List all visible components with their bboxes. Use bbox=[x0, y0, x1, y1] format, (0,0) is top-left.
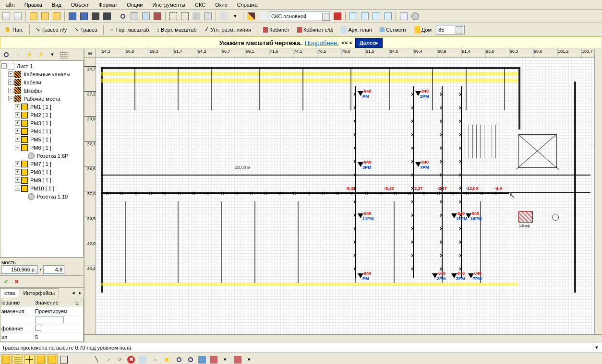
align-button[interactable] bbox=[137, 354, 148, 364]
open2-button[interactable] bbox=[40, 11, 50, 22]
tree-item[interactable]: +РМ5 [ 1 ] bbox=[1, 135, 82, 143]
house-combo[interactable]: 85 bbox=[436, 25, 465, 35]
print-button[interactable] bbox=[129, 11, 140, 22]
tree-toggle-icon[interactable]: + bbox=[15, 129, 20, 134]
more-dd-button[interactable]: ▾ bbox=[244, 354, 254, 364]
point-button[interactable] bbox=[161, 354, 172, 364]
open-button[interactable] bbox=[28, 11, 39, 22]
link-button[interactable] bbox=[191, 11, 202, 22]
trace-pu-button[interactable]: ↘Трасса п/у bbox=[32, 24, 70, 35]
menu-help[interactable]: Справка bbox=[232, 1, 263, 9]
pan-button[interactable]: ✋Пан. bbox=[1, 24, 27, 35]
win4-button[interactable] bbox=[383, 11, 393, 22]
save-all-button[interactable] bbox=[79, 11, 89, 22]
menu-tools[interactable]: Инструменты bbox=[147, 1, 190, 9]
tab-properties[interactable]: ства bbox=[0, 288, 19, 297]
more-button[interactable] bbox=[232, 354, 243, 364]
hint-prev-arrows[interactable]: << < bbox=[342, 40, 352, 46]
menu-window[interactable]: Окно bbox=[210, 1, 232, 9]
menu-edit[interactable]: Правка bbox=[20, 1, 47, 9]
wand-button[interactable] bbox=[257, 11, 268, 22]
arc-button[interactable]: ⟋ bbox=[103, 354, 113, 364]
grid1-button[interactable] bbox=[1, 354, 12, 364]
group-button[interactable] bbox=[168, 11, 179, 22]
hscale-button[interactable]: ↔Гор. масштаб bbox=[106, 24, 153, 35]
open3-button[interactable] bbox=[51, 11, 62, 22]
tree-settings-button[interactable] bbox=[59, 49, 69, 60]
menu-object[interactable]: Объект bbox=[66, 1, 94, 9]
tab-prev-button[interactable]: ◂ bbox=[70, 290, 77, 296]
menu-view[interactable]: Вид bbox=[47, 1, 66, 9]
save4-button[interactable] bbox=[102, 11, 112, 22]
zoom-out-button[interactable] bbox=[185, 354, 196, 364]
tree-item[interactable]: +РМ2 [ 1 ] bbox=[1, 111, 82, 119]
save-button[interactable] bbox=[67, 11, 78, 22]
angdim-button[interactable]: ∠Угл. разм. линия bbox=[201, 24, 254, 35]
disc-button[interactable] bbox=[410, 11, 421, 22]
tree-toggle-icon[interactable]: + bbox=[8, 88, 13, 93]
tree-toggle-icon[interactable]: + bbox=[8, 80, 13, 85]
new-button[interactable] bbox=[1, 11, 12, 22]
hint-next-button[interactable]: Далее▸ bbox=[355, 38, 383, 48]
tree-item[interactable]: Розетка 1.10 bbox=[1, 192, 82, 200]
tree-toggle-icon[interactable]: + bbox=[15, 104, 20, 109]
tree-item[interactable]: +РМ3 [ 1 ] bbox=[1, 119, 82, 127]
grid4-button[interactable] bbox=[36, 354, 46, 364]
tree-toggle-icon[interactable]: + bbox=[15, 161, 20, 166]
hint-details-link[interactable]: Подробнее. bbox=[305, 39, 339, 47]
tree-next-button[interactable]: → bbox=[12, 49, 23, 60]
calc-button[interactable] bbox=[398, 11, 409, 22]
tree-item[interactable]: +РМ8 [ 1 ] bbox=[1, 168, 82, 176]
grid5-button[interactable] bbox=[47, 354, 58, 364]
tree-item[interactable]: +РМ1 [ 1 ] bbox=[1, 103, 82, 111]
trace-button[interactable]: ↘Трасса bbox=[71, 24, 100, 35]
new-page-button[interactable] bbox=[12, 11, 23, 22]
command-dropdown-icon[interactable]: ▾ bbox=[593, 344, 600, 351]
tree-refresh-button[interactable]: ⚡ bbox=[24, 49, 35, 60]
vertical-scrollbar[interactable] bbox=[594, 58, 602, 334]
layer-combo[interactable]: СКС основной bbox=[269, 12, 331, 21]
tree-more-button[interactable]: ▾ bbox=[47, 49, 58, 60]
segment-button[interactable]: Сегмент bbox=[376, 24, 410, 35]
tree-toggle-icon[interactable]: + bbox=[15, 120, 20, 126]
horizontal-scrollbar[interactable] bbox=[84, 334, 602, 342]
tab-interfaces[interactable]: Интерфейсы bbox=[19, 288, 59, 297]
vscale-button[interactable]: ↕Верт. масштаб bbox=[154, 24, 200, 35]
layers-button[interactable] bbox=[208, 354, 219, 364]
tree-search-button[interactable] bbox=[1, 49, 12, 60]
tree-toggle-icon[interactable]: + bbox=[15, 177, 20, 183]
win3-button[interactable] bbox=[371, 11, 382, 22]
tree-root[interactable]: − Лист 1 bbox=[1, 62, 82, 70]
tab-next-button[interactable]: ▸ bbox=[77, 290, 84, 296]
tree-item[interactable]: +РМ7 [ 1 ] bbox=[1, 160, 82, 168]
cancel-button[interactable]: ✖ bbox=[12, 277, 21, 286]
layers-dd-button[interactable]: ▾ bbox=[220, 354, 230, 364]
color-button[interactable] bbox=[332, 11, 343, 22]
house-button[interactable]: Дом bbox=[411, 24, 435, 35]
tree-toggle-icon[interactable]: − bbox=[8, 96, 13, 101]
line-button[interactable]: ╲ bbox=[91, 354, 102, 364]
dropdown-button[interactable]: ▾ bbox=[230, 11, 241, 22]
tree-item[interactable]: Розетка 1.6Р bbox=[1, 152, 82, 160]
cost-value2-field[interactable] bbox=[43, 265, 64, 274]
tree-toggle-icon[interactable]: − bbox=[15, 145, 20, 150]
copy-button[interactable] bbox=[141, 11, 151, 22]
tree-toggle-icon[interactable]: − bbox=[15, 186, 20, 191]
tree-toggle-icon[interactable]: + bbox=[15, 137, 20, 142]
tree-item[interactable]: +Кабели bbox=[1, 78, 82, 86]
tree-toggle-icon[interactable]: + bbox=[15, 169, 20, 175]
drawing-canvas[interactable]: 20,00 м×××××××××××××××××××××××××××××××××… bbox=[96, 58, 594, 334]
cabinet-button[interactable]: Кабинет bbox=[260, 24, 293, 35]
tree-item[interactable]: +Шкафы bbox=[1, 86, 82, 94]
save3-button[interactable] bbox=[90, 11, 101, 22]
tree-item[interactable]: +РМ4 [ 1 ] bbox=[1, 127, 82, 135]
grid3-button[interactable] bbox=[24, 354, 35, 364]
zoom-button[interactable] bbox=[118, 11, 128, 22]
lock-button[interactable] bbox=[203, 11, 213, 22]
menu-options[interactable]: Опции bbox=[122, 1, 147, 9]
delete-button[interactable]: ✖ bbox=[126, 354, 136, 364]
command-input[interactable] bbox=[2, 345, 593, 351]
book-button[interactable] bbox=[152, 11, 163, 22]
menu-file[interactable]: айл bbox=[1, 1, 20, 9]
zoom-in-button[interactable] bbox=[174, 354, 184, 364]
